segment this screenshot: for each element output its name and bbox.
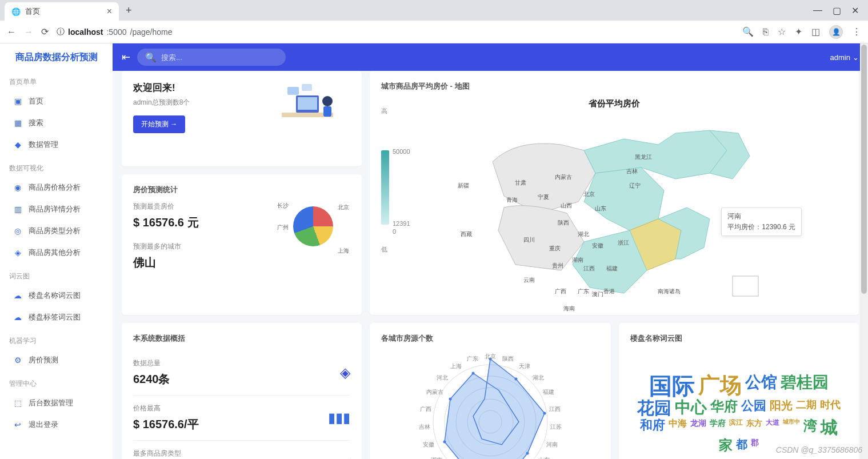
svg-point-3 [322,96,333,106]
url-bar[interactable]: ⓘ localhost:5000/page/home [57,27,734,37]
wordcloud-word[interactable]: 中心 [675,400,707,417]
wordcloud-word[interactable]: 中海 [669,419,687,436]
province-label: 湖南 [572,256,583,264]
menu-label: 楼盘名称词云图 [29,290,81,301]
zoom-icon[interactable]: 🔍 [742,26,754,37]
search-icon: 🔍 [145,52,157,63]
svg-rect-5 [287,87,299,95]
sidebar-item[interactable]: ◉商品房价格分析 [0,177,113,198]
sidebar-item[interactable]: ↩退出登录 [0,414,113,436]
close-icon[interactable]: × [107,6,112,17]
wordcloud-word[interactable]: 和府 [640,419,665,436]
search-input[interactable] [161,53,278,62]
info-icon[interactable]: ⓘ [57,27,65,37]
province-label: 云南 [523,276,535,284]
bookmark-icon[interactable]: ☆ [778,26,786,37]
svg-point-21 [449,398,452,401]
sidebar-item[interactable]: ⬚后台数据管理 [0,392,113,414]
wordcloud-word[interactable]: 华府 [710,400,738,417]
menu-icon: ↩ [13,420,23,430]
wordcloud-word[interactable]: 公园 [741,400,766,417]
watermark: CSDN @q_3375686806 [776,445,862,454]
province-label: 陕西 [558,219,569,227]
wordcloud-card: 楼盘名称词云图 国际广场公馆碧桂园花园中心华府公园阳光二期时代和府中海龙湖学府滨… [619,323,859,459]
menu-group-title: 机器学习 [0,333,113,349]
province-label: 安徽 [592,242,603,250]
extensions-icon[interactable]: ✦ [795,26,802,37]
forward-icon[interactable]: → [24,27,33,37]
overview-label: 数据总量 [133,358,170,368]
radar-axis-label: 广西 [420,405,431,413]
wordcloud[interactable]: 国际广场公馆碧桂园花园中心华府公园阳光二期时代和府中海龙湖学府滨江东方大道城市中… [630,350,847,459]
window-controls: — ▢ ✕ [813,5,863,16]
wordcloud-word[interactable]: 广场 [698,374,742,397]
card-title: 楼盘名称词云图 [630,333,847,344]
sidebar-item[interactable]: ◈商品房其他分析 [0,242,113,264]
wordcloud-word[interactable]: 大道 [766,419,779,436]
radar-chart[interactable]: 北京陕西天津湖北福建江西江苏河南山东山西浙江广西海南重庆广东湖南安徽吉林广西内蒙… [419,350,562,459]
province-label: 内蒙古 [555,173,572,181]
maximize-icon[interactable]: ▢ [833,5,841,16]
wordcloud-word[interactable]: 都 [736,438,747,452]
sidebar-item[interactable]: ⚙房价预测 [0,349,113,371]
wordcloud-word[interactable]: 城 [821,419,838,436]
share-icon[interactable]: ⎘ [763,27,769,37]
overview-icon: ◢ [340,455,350,459]
wordcloud-word[interactable]: 二期 [796,400,817,417]
wordcloud-word[interactable]: 湾 [803,419,817,436]
wordcloud-word[interactable]: 学府 [710,419,726,436]
wordcloud-word[interactable]: 碧桂园 [781,374,829,397]
profile-icon[interactable]: 👤 [829,25,843,39]
collapse-sidebar-icon[interactable]: ⇤ [122,51,130,63]
china-map[interactable]: 新疆西藏青海甘肃内蒙古宁夏黑龙江吉林辽宁北京山西山东陕西四川重庆贵州湖南云南广西… [401,116,847,305]
menu-label: 数据管理 [29,139,58,150]
wordcloud-word[interactable]: 郡 [751,438,759,452]
menu-label: 退出登录 [29,420,58,430]
sidebar-item[interactable]: ▣首页 [0,90,113,112]
close-window-icon[interactable]: ✕ [851,5,859,16]
sidebar-item[interactable]: ☁楼盘名称词云图 [0,285,113,306]
radar-axis-label: 江苏 [550,423,562,431]
reload-icon[interactable]: ⟳ [41,26,49,37]
sidebar-item[interactable]: ▥商品房详情分析 [0,198,113,220]
sidebar-item[interactable]: ▦搜索 [0,112,113,134]
minimize-icon[interactable]: — [813,5,822,16]
radar-axis-label: 天津 [519,362,530,370]
map-tooltip: 河南 平均房价：12390.6 元 [721,207,802,236]
menu-icon: ⬚ [13,398,23,408]
province-label: 黑龙江 [635,153,652,161]
scrollbar[interactable] [860,43,868,459]
user-menu[interactable]: admin ⌄ [830,53,859,62]
wordcloud-word[interactable]: 公馆 [745,374,777,397]
url-host: localhost [68,27,103,37]
welcome-card: 欢迎回来! admin总预测数8个 开始预测 → [122,71,362,166]
wordcloud-word[interactable]: 花园 [637,400,671,417]
menu-icon: ☁ [13,290,23,301]
sidebar-item[interactable]: ◆数据管理 [0,134,113,155]
pie-chart[interactable] [293,206,333,246]
svg-rect-2 [298,97,317,110]
wordcloud-word[interactable]: 阳光 [770,400,793,417]
sidebar-item[interactable]: ◎商品房类型分析 [0,220,113,242]
wordcloud-word[interactable]: 城市中 [783,419,800,436]
new-tab-button[interactable]: + [119,5,139,17]
sidepanel-icon[interactable]: ◫ [811,26,820,37]
wordcloud-word[interactable]: 东方 [746,419,762,436]
search-box[interactable]: 🔍 [137,49,286,66]
back-icon[interactable]: ← [7,27,16,37]
start-predict-button[interactable]: 开始预测 → [133,115,185,133]
sidebar-item[interactable]: ☁楼盘标签词云图 [0,306,113,328]
wordcloud-word[interactable]: 龙湖 [690,419,706,436]
wordcloud-word[interactable]: 时代 [820,400,841,417]
menu-icon[interactable]: ⋮ [852,26,861,37]
province-label: 香港 [603,288,615,296]
province-label: 浙江 [618,239,629,247]
province-label: 甘肃 [515,179,526,187]
wordcloud-word[interactable]: 家 [719,438,733,452]
wordcloud-word[interactable]: 滨江 [729,419,743,436]
overview-value: $ 16576.6/平 [133,417,199,432]
nav-bar: ← → ⟳ ⓘ localhost:5000/page/home 🔍 ⎘ ☆ ✦… [0,21,868,43]
main: ⇤ 🔍 admin ⌄ 欢迎回来! admin总预测数8个 开始预测 → [113,43,868,459]
wordcloud-word[interactable]: 国际 [649,374,695,397]
browser-tab[interactable]: 🌐 首页 × [5,2,119,21]
